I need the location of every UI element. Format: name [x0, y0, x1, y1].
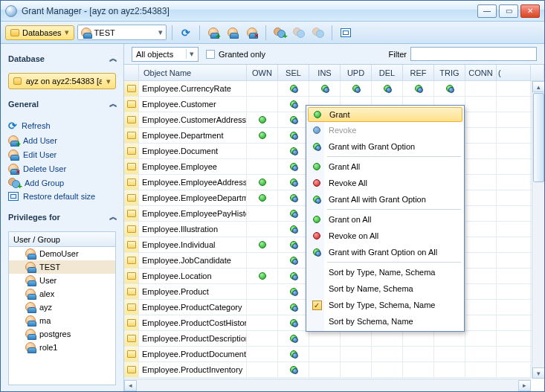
row-icon-cell[interactable] [124, 190, 139, 206]
grant-cell[interactable] [341, 362, 372, 378]
object-name-cell[interactable]: Employee.EmployeePayHistory [139, 206, 247, 222]
grant-cell[interactable] [372, 331, 403, 347]
grant-cell[interactable] [403, 331, 434, 347]
grant-cell[interactable] [465, 331, 497, 347]
object-name-cell[interactable]: Employee.Department [139, 128, 247, 144]
col-header[interactable]: CONN [465, 65, 497, 81]
row-icon-cell[interactable] [124, 97, 139, 112]
col-header[interactable]: SEL [278, 65, 309, 81]
maximize-button[interactable]: ▭ [499, 4, 518, 18]
object-name-cell[interactable]: Employee.Individual [139, 237, 247, 253]
scroll-right-button[interactable]: ▸ [518, 380, 531, 391]
col-header[interactable]: Object Name [139, 65, 247, 81]
scroll-down-button[interactable]: ▾ [532, 367, 544, 379]
database-header[interactable]: Database ︽ [8, 50, 116, 67]
grant-cell[interactable] [497, 237, 531, 253]
refresh-link[interactable]: ⟳Refresh [8, 120, 116, 132]
grant-cell[interactable] [497, 253, 531, 269]
grant-cell[interactable] [403, 362, 434, 378]
row-icon-cell[interactable] [124, 159, 139, 175]
user-select[interactable]: TEST ▾ [77, 25, 167, 40]
grant-cell[interactable] [465, 362, 497, 378]
delete-group-button[interactable] [310, 25, 326, 41]
grant-cell[interactable] [497, 206, 531, 222]
grant-cell[interactable] [278, 347, 309, 362]
grant-cell[interactable] [278, 206, 309, 222]
grant-cell[interactable] [497, 331, 531, 347]
grant-cell[interactable] [247, 300, 278, 315]
object-name-cell[interactable]: Employee.EmployeeDepartment [139, 190, 247, 206]
object-name-cell[interactable]: Employee.Location [139, 269, 247, 284]
grant-cell[interactable] [278, 97, 309, 112]
grant-cell[interactable] [247, 81, 278, 97]
add-group-button[interactable]: + [271, 25, 288, 41]
grant-cell[interactable] [465, 112, 497, 128]
priv-item[interactable]: postgres [9, 327, 115, 341]
privileges-header[interactable]: Privileges for ︽ [8, 208, 116, 225]
filter-input[interactable] [410, 47, 537, 61]
horizontal-scrollbar[interactable]: ◂ ▸ [124, 379, 531, 391]
row-icon-cell[interactable] [124, 315, 139, 331]
menu-item[interactable]: Grant with Grant Option on All [308, 244, 462, 260]
grant-cell[interactable] [278, 190, 309, 206]
menu-item[interactable]: Grant All with Grant Option [308, 191, 462, 208]
grant-cell[interactable] [247, 284, 278, 300]
scroll-track[interactable] [137, 380, 518, 391]
row-icon-cell[interactable] [124, 222, 139, 237]
grant-cell[interactable] [247, 347, 278, 362]
restore-size-link[interactable]: Restore default size [8, 192, 116, 201]
grant-cell[interactable] [372, 81, 403, 97]
row-icon-cell[interactable] [124, 300, 139, 315]
menu-item[interactable]: Sort by Schema, Name [308, 313, 462, 330]
grant-cell[interactable] [278, 159, 309, 175]
priv-item[interactable]: ma [9, 314, 115, 327]
object-name-cell[interactable]: Employee.Employee [139, 159, 247, 175]
col-header[interactable]: UPD [341, 65, 372, 81]
grant-cell[interactable] [372, 347, 403, 362]
grant-cell[interactable] [247, 331, 278, 347]
grant-cell[interactable] [465, 81, 497, 97]
objects-filter-combo[interactable]: All objects ▾ [132, 47, 199, 62]
grant-cell[interactable] [403, 81, 434, 97]
grant-cell[interactable] [497, 81, 531, 97]
refresh-button[interactable]: ⟳ [178, 25, 194, 41]
object-name-cell[interactable]: Employee.ProductInventory [139, 362, 247, 378]
grant-cell[interactable] [341, 347, 372, 362]
grant-cell[interactable] [341, 331, 372, 347]
grant-cell[interactable] [465, 175, 497, 190]
object-name-cell[interactable]: Employee.JobCandidate [139, 253, 247, 269]
grant-cell[interactable] [247, 253, 278, 269]
col-header[interactable]: TRIG [434, 65, 465, 81]
privileges-list[interactable]: DemoUserTESTUseralexayzmapostgresrole1 [8, 246, 116, 385]
delete-user-link[interactable]: ×Delete User [8, 164, 116, 174]
object-name-cell[interactable]: Employee.Illustration [139, 222, 247, 237]
grant-cell[interactable] [465, 253, 497, 269]
menu-item[interactable]: Revoke on All [308, 228, 462, 244]
grant-cell[interactable] [465, 347, 497, 362]
row-icon-cell[interactable] [124, 362, 139, 378]
grant-cell[interactable] [247, 362, 278, 378]
grant-cell[interactable] [309, 331, 341, 347]
edit-group-button[interactable] [291, 25, 307, 41]
object-name-cell[interactable]: Employee.Document [139, 144, 247, 159]
grant-cell[interactable] [278, 175, 309, 190]
grant-cell[interactable] [434, 362, 465, 378]
grant-cell[interactable] [497, 190, 531, 206]
database-select[interactable]: ayz on ayz2:54383 [ayz] ▾ [8, 73, 116, 89]
object-name-cell[interactable]: Employee.ProductCategory [139, 300, 247, 315]
grant-cell[interactable] [497, 97, 531, 112]
object-name-cell[interactable]: Employee.EmployeeAddress [139, 175, 247, 190]
grant-cell[interactable] [497, 300, 531, 315]
grant-cell[interactable] [465, 300, 497, 315]
grant-cell[interactable] [278, 128, 309, 144]
row-icon-cell[interactable] [124, 237, 139, 253]
row-icon-cell[interactable] [124, 253, 139, 269]
object-name-cell[interactable]: Employee.CustomerAddress [139, 112, 247, 128]
grant-cell[interactable] [247, 112, 278, 128]
object-name-cell[interactable]: Employee.ProductCostHistory [139, 315, 247, 331]
row-icon-cell[interactable] [124, 175, 139, 190]
grant-cell[interactable] [465, 284, 497, 300]
col-header[interactable]: DEL [372, 65, 403, 81]
grant-cell[interactable] [465, 222, 497, 237]
minimize-button[interactable]: — [477, 4, 497, 18]
